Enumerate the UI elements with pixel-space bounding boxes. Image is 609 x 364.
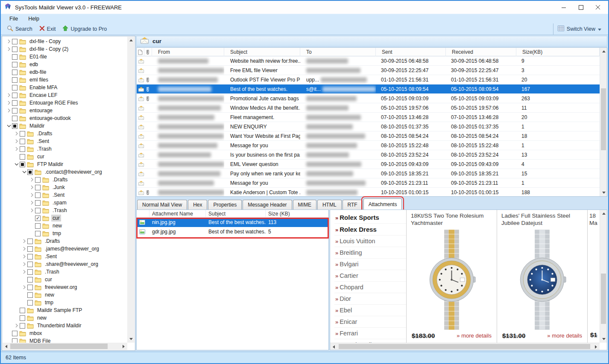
tree-item-e01-file[interactable]: E01-file [3,53,127,61]
tree-checkbox[interactable] [12,47,18,52]
mail-row[interactable]: Best of the best watches.s@it...05-10-20… [137,84,600,94]
tree-item-entourage-outlook[interactable]: entourage-outlook [3,114,127,122]
chevron-right-icon[interactable] [6,108,12,113]
tab-attachments[interactable]: Attachments [363,198,402,210]
tree-item-dxl-file-copy-2-[interactable]: dxl-file - Copy (2) [3,45,127,53]
preview-horizontal-scrollbar[interactable] [330,343,600,350]
menu-item-help[interactable]: Help [23,15,44,23]
chevron-right-icon[interactable] [14,323,20,328]
tree-checkbox[interactable] [20,139,25,144]
tree-checkbox[interactable] [35,223,41,229]
tree-checkbox[interactable] [27,300,33,306]
tree-item-enable-mfa[interactable]: Enable MFA [3,84,127,91]
mail-row[interactable]: Want Your Website at First Pag...08-10-2… [137,131,600,141]
column-header-received[interactable]: Received [446,48,516,56]
chevron-right-icon[interactable] [14,131,20,136]
tree-item--contact-freeviewer-org[interactable]: .contact@freeviewer_org [3,168,127,176]
tree-checkbox[interactable] [35,185,41,190]
scroll-left-icon[interactable] [330,343,337,350]
brand-link-dior[interactable]: »Dior [334,293,406,305]
brand-link-louis-vuitton[interactable]: »Louis Vuitton [334,236,406,247]
mail-row[interactable]: NEW ENQUIRY08-10-2015 01:37:3508-10-2015… [137,122,600,131]
tree-item--spam[interactable]: .spam [3,199,127,207]
chevron-right-icon[interactable] [29,201,35,205]
more-details-link[interactable]: » more details [547,332,582,339]
attachment-row[interactable]: gdr.jpg.jpgBest of the best watches.5 [137,227,328,236]
chevron-right-icon[interactable] [21,254,27,259]
chevron-down-icon[interactable] [21,170,27,174]
tree-item-cur[interactable]: cur [3,153,127,160]
tree-item--drafts[interactable]: .Drafts [3,130,127,137]
tree-checkbox[interactable] [12,62,18,67]
tree-checkbox[interactable] [27,285,33,290]
chevron-down-icon[interactable] [14,162,20,166]
tree-vertical-scrollbar[interactable] [127,37,135,343]
tree-checkbox[interactable] [35,192,41,198]
attachment-icon-column[interactable] [144,48,152,56]
tree-item-encase-lef[interactable]: Encase LEF [3,91,127,99]
tree-checkbox[interactable] [12,70,18,75]
mail-row[interactable]: Window Medics All the benefit...05-10-20… [137,103,600,113]
mail-row[interactable]: Outlook PST File Viewer Pro Pl...upp...0… [137,75,600,84]
tree-checkbox[interactable] [20,162,25,167]
brand-link-ferrari[interactable]: »Ferrari [334,328,406,339]
mail-vertical-scrollbar[interactable] [600,48,607,196]
tree-checkbox[interactable] [35,208,41,213]
scrollbar-thumb[interactable] [601,274,606,324]
tree-item-maildir[interactable]: Maildir [3,122,127,130]
chevron-right-icon[interactable] [29,208,35,213]
minimize-button[interactable] [555,1,572,14]
tree-item--share-freeviewer-org[interactable]: .share@freeviewer_org [3,260,127,268]
tree-item--junk[interactable]: .Junk [3,183,127,191]
scroll-up-icon[interactable] [600,48,607,55]
column-header-size-kb-[interactable]: Size(KB) [516,48,600,56]
mail-row[interactable]: Is your business on the first pa...08-10… [137,150,600,160]
tree-item-cur[interactable]: cur [3,276,127,283]
tree-item-mbox[interactable]: mbox [3,329,127,337]
chevron-right-icon[interactable] [29,178,35,182]
tree-checkbox[interactable] [20,315,25,321]
tree-checkbox[interactable] [27,254,33,259]
tab-mime[interactable]: MIME [293,200,316,210]
mail-row[interactable]: Message for you09-10-2015 21:23:1109-10-… [137,178,600,188]
preview-vertical-scrollbar[interactable] [600,210,607,343]
menu-item-file[interactable]: File [4,15,23,23]
tree-item-mdb-file[interactable]: MDB File [3,337,127,343]
column-header-attachment-name[interactable]: Attachment Name [149,210,206,218]
scrollbar-thumb[interactable] [601,88,606,150]
tree-checkbox[interactable] [27,262,33,267]
tree-checkbox[interactable] [12,85,18,90]
scrollbar-thumb[interactable] [10,344,108,349]
tree-checkbox[interactable] [35,231,41,236]
chevron-right-icon[interactable] [21,285,27,289]
brand-link-rolex-sports[interactable]: »Rolex Sports [334,212,406,224]
tree-item-dxl-file-copy[interactable]: dxl-file - Copy [3,38,127,45]
brand-link-enicar[interactable]: »Enicar [334,316,406,328]
attachment-icon-column[interactable] [137,210,149,218]
tree-item--sent[interactable]: .Sent [3,253,127,260]
column-header-from[interactable]: From [152,48,224,56]
tab-properties[interactable]: Properties [208,200,242,210]
tree-item-tmp[interactable]: tmp [3,230,127,237]
upgrade-button[interactable]: Upgrade to Pro [59,24,110,34]
tab-normal-mail-view[interactable]: Normal Mail View [137,200,187,210]
more-details-link[interactable]: » more details [457,332,492,339]
chevron-right-icon[interactable] [29,193,35,197]
chevron-right-icon[interactable] [6,47,12,51]
chevron-right-icon[interactable] [21,239,27,243]
tree-checkbox[interactable] [20,146,25,152]
column-header-sent[interactable]: Sent [376,48,446,56]
tree-item-new[interactable]: new [3,291,127,299]
tree-item--drafts[interactable]: .Drafts [3,237,127,245]
tree-item-new[interactable]: new [3,314,127,322]
brand-link-ebel[interactable]: »Ebel [334,305,406,316]
brand-link-cartier[interactable]: »Cartier [334,270,406,282]
tree-item--sent[interactable]: .Sent [3,137,127,145]
scroll-left-icon[interactable] [3,343,10,350]
brand-link-breitling[interactable]: »Breitling [334,247,406,259]
scroll-down-icon[interactable] [600,335,607,343]
tree-checkbox[interactable] [12,338,18,343]
tree-checkbox[interactable] [35,177,41,183]
chevron-right-icon[interactable] [14,139,20,143]
tree-item-cur[interactable]: ✓cur [3,214,127,222]
